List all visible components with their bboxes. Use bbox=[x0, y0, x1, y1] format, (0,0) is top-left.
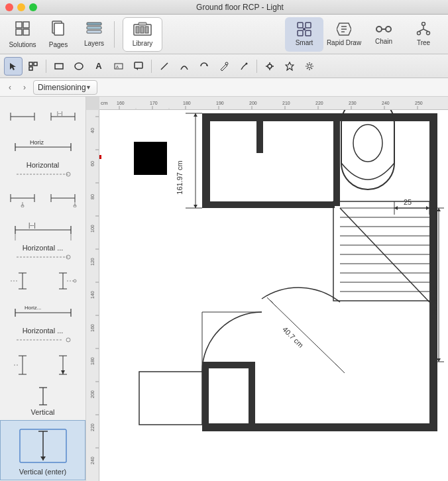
svg-rect-40 bbox=[135, 62, 142, 68]
pen-tool[interactable] bbox=[215, 57, 233, 76]
callout-tool[interactable] bbox=[129, 57, 148, 76]
list-item[interactable] bbox=[44, 349, 82, 378]
list-item[interactable] bbox=[44, 184, 82, 210]
tree-button[interactable]: Tree bbox=[404, 17, 443, 52]
svg-text:|--|: |--| bbox=[28, 222, 36, 229]
nav-back-icon: ‹ bbox=[9, 83, 11, 92]
horizontal-dots-1-item[interactable]: |--| Horizontal ... bbox=[0, 213, 85, 264]
chain-icon bbox=[376, 23, 392, 36]
select2-tool[interactable] bbox=[24, 57, 42, 76]
tree-label: Tree bbox=[417, 39, 430, 46]
svg-rect-188 bbox=[202, 201, 335, 208]
svg-text:160: 160 bbox=[117, 101, 125, 105]
svg-rect-185 bbox=[202, 113, 210, 206]
svg-marker-113 bbox=[40, 456, 46, 460]
vertical-enter-label: Vertical (enter) bbox=[19, 468, 67, 476]
list-item[interactable] bbox=[3, 266, 42, 293]
svg-text:40: 40 bbox=[90, 128, 95, 133]
nav-back-button[interactable]: ‹ bbox=[4, 81, 16, 93]
drawing-canvas[interactable]: 161.97 cm 25 40.7 cm bbox=[99, 110, 448, 481]
svg-rect-7 bbox=[87, 27, 101, 29]
tools-sep-1 bbox=[46, 60, 46, 73]
select-tool[interactable] bbox=[4, 57, 23, 76]
traffic-lights[interactable] bbox=[5, 3, 37, 11]
svg-text:140: 140 bbox=[90, 291, 95, 299]
library-button[interactable]: Library bbox=[123, 17, 162, 52]
horizontal-dots-2-item[interactable]: Horiz... Horizontal ... bbox=[0, 295, 85, 347]
svg-text:240: 240 bbox=[382, 101, 390, 105]
layers-button[interactable]: Layers bbox=[77, 17, 111, 52]
horizontal-dots-2-label: Horizontal ... bbox=[23, 327, 64, 335]
vertical-item[interactable]: Vertical bbox=[0, 381, 85, 420]
minimize-button[interactable] bbox=[17, 3, 25, 11]
svg-text:100: 100 bbox=[90, 225, 95, 233]
svg-text:170: 170 bbox=[150, 101, 158, 105]
svg-rect-13 bbox=[139, 23, 146, 25]
rectangle-tool[interactable] bbox=[50, 57, 68, 76]
nav-forward-icon: › bbox=[23, 83, 26, 92]
svg-point-52 bbox=[308, 64, 311, 68]
transform-tool[interactable] bbox=[260, 57, 279, 76]
svg-rect-3 bbox=[23, 29, 29, 35]
text-tool[interactable]: A bbox=[89, 57, 108, 76]
list-item[interactable]: |--| bbox=[44, 101, 82, 130]
svg-rect-8 bbox=[87, 30, 101, 33]
library-icon bbox=[133, 21, 152, 38]
transform2-tool[interactable] bbox=[280, 57, 299, 76]
ruler-horizontal: cm 160 170 180 190 200 210 220 230 240 bbox=[99, 97, 448, 110]
svg-text:240: 240 bbox=[90, 456, 95, 464]
vertical-label: Vertical bbox=[30, 408, 54, 416]
svg-line-31 bbox=[423, 29, 428, 32]
solutions-icon bbox=[15, 21, 30, 40]
gear-tool[interactable] bbox=[300, 57, 319, 76]
horizontal-dots-1-label: Horizontal ... bbox=[23, 244, 64, 252]
maximize-button[interactable] bbox=[29, 3, 37, 11]
solutions-button[interactable]: Solutions bbox=[5, 17, 40, 52]
arc2-tool[interactable] bbox=[195, 57, 213, 76]
svg-text:138.29 cm: 138.29 cm bbox=[431, 285, 439, 319]
chain-button[interactable]: Chain bbox=[364, 17, 403, 52]
svg-text:|--|: |--| bbox=[57, 111, 62, 116]
svg-rect-207 bbox=[202, 362, 255, 368]
svg-text:161.97 cm: 161.97 cm bbox=[176, 160, 184, 194]
rapid-draw-label: Rapid Draw bbox=[327, 39, 361, 46]
svg-rect-208 bbox=[249, 362, 255, 425]
dim-text-tool[interactable]: A bbox=[109, 57, 128, 76]
list-item[interactable] bbox=[3, 349, 42, 378]
svg-text:A: A bbox=[116, 65, 119, 69]
smart-button[interactable]: Smart bbox=[285, 17, 323, 52]
svg-text:220: 220 bbox=[315, 101, 323, 105]
close-button[interactable] bbox=[5, 3, 13, 11]
svg-rect-5 bbox=[54, 23, 64, 35]
vertical-enter-item[interactable]: Vertical (enter) bbox=[0, 420, 85, 480]
svg-text:60: 60 bbox=[90, 161, 95, 166]
nav-forward-button[interactable]: › bbox=[19, 81, 30, 93]
svg-text:25: 25 bbox=[404, 198, 412, 206]
canvas-area[interactable]: cm 160 170 180 190 200 210 220 230 240 bbox=[86, 97, 448, 481]
svg-rect-36 bbox=[55, 64, 63, 69]
horizontal-label: Horizontal bbox=[27, 161, 60, 169]
rapid-draw-icon bbox=[337, 22, 351, 38]
rapid-draw-button[interactable]: Rapid Draw bbox=[325, 17, 363, 52]
list-item[interactable] bbox=[3, 184, 42, 210]
ellipse-tool[interactable] bbox=[70, 57, 88, 76]
breadcrumb-bar: ‹ › Dimensioning ▼ bbox=[0, 78, 448, 97]
svg-point-98 bbox=[66, 338, 70, 342]
svg-point-27 bbox=[418, 32, 421, 35]
line-tool[interactable] bbox=[155, 57, 174, 76]
list-item[interactable] bbox=[44, 266, 82, 293]
svg-text:80: 80 bbox=[90, 194, 95, 199]
pages-button[interactable]: Pages bbox=[41, 17, 76, 52]
list-item[interactable] bbox=[3, 101, 42, 130]
svg-rect-187 bbox=[202, 423, 437, 431]
svg-point-26 bbox=[422, 23, 425, 26]
arc-tool[interactable] bbox=[175, 57, 194, 76]
pages-label: Pages bbox=[49, 41, 68, 48]
horizontal-item[interactable]: Horiz Horizontal bbox=[0, 130, 85, 181]
toolbar: Solutions Pages Layers Library Smart bbox=[0, 15, 448, 54]
toolbar-sep-1 bbox=[114, 21, 115, 48]
svg-text:160: 160 bbox=[90, 324, 95, 332]
pencil-tool[interactable] bbox=[235, 57, 253, 76]
svg-point-45 bbox=[246, 62, 248, 64]
breadcrumb-select[interactable]: Dimensioning bbox=[33, 80, 97, 95]
